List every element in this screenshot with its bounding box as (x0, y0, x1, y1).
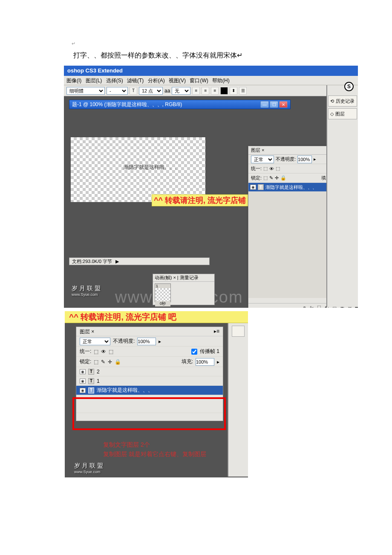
fill-label-2: 填充: (182, 358, 193, 365)
link-icon[interactable]: ⚭ (303, 305, 306, 308)
font-family-select[interactable]: 细明體 (66, 87, 105, 95)
color-swatch[interactable] (220, 87, 228, 95)
antialias-label: aa (164, 88, 170, 94)
source-logo: 岁 月 联 盟 www.Syue.com (72, 285, 101, 297)
warp-text-icon[interactable]: ⬍ (230, 87, 237, 95)
eye-icon[interactable]: ◉ (80, 388, 86, 393)
eye-icon[interactable]: ◉ (80, 379, 86, 384)
lock-all-icon[interactable]: 🔒 (280, 175, 286, 181)
align-left-icon[interactable]: ≡ (192, 87, 200, 95)
menu-layer[interactable]: 图层(L) (86, 78, 102, 84)
lock-pos-2-icon[interactable]: ✛ (108, 359, 112, 365)
menu-image[interactable]: 图像(I) (66, 78, 81, 84)
blend-mode-select[interactable]: 正常 (251, 156, 274, 163)
work-area: 题-1 @ 100% (渐隐字就是这样啦、、、, RGB/8) — ☐ ✕ 渐隐… (64, 96, 358, 305)
lock-transparent-icon[interactable]: ⬚ (263, 175, 268, 181)
text-layer-icon: T (88, 369, 94, 375)
fx-icon[interactable]: fx (310, 305, 314, 308)
fill-flyout-2-icon[interactable]: ▸ (217, 359, 219, 365)
maximize-button[interactable]: ☐ (270, 101, 278, 108)
animation-panel: 动画(帧) × | 测量记录 1 0秒 (153, 274, 215, 305)
document-titlebar[interactable]: 题-1 @ 100% (渐隐字就是这样啦、、、, RGB/8) — ☐ ✕ (69, 100, 291, 109)
s-badge-icon: S (344, 82, 354, 91)
mask-icon[interactable]: ☐ (317, 305, 321, 308)
layer-name[interactable]: 2 (97, 369, 100, 375)
layers-tab-2[interactable]: 图层 × (80, 328, 94, 335)
layer-name[interactable]: 渐隐字就是这样啦、、、 (265, 184, 317, 191)
menu-help[interactable]: 帮助(H) (212, 78, 230, 84)
collapsed-panel-icon[interactable] (232, 326, 245, 337)
doc-marker: ↵ (72, 41, 75, 46)
unify-style-icon[interactable]: ⬚ (276, 166, 280, 171)
align-center-icon[interactable]: ≡ (202, 87, 209, 95)
unify-label: 统一: (251, 165, 262, 172)
antialias-select[interactable]: 无 (172, 87, 190, 95)
close-button[interactable]: ✕ (279, 101, 288, 108)
unify-visibility-icon[interactable]: 👁 (269, 166, 274, 171)
align-right-icon[interactable]: ≡ (211, 87, 219, 95)
doc-instruction-text: 打字、、都按照一样的参数来改、、字体没有就用宋体↵ (73, 51, 242, 60)
lock-trans-2-icon[interactable]: ⬚ (94, 359, 98, 365)
layers-panel-2: 图层 × ▸≡ 正常 不透明度: ▸ 统一: ⬚ 👁 ⬚ 传播帧 1 锁定: ⬚… (76, 327, 223, 421)
annotation-note: 复制文字图层 2个 复制图层 就是对着它点右键、复制图层 (103, 440, 206, 459)
opacity-label-2: 不透明度: (113, 338, 135, 345)
lock-position-icon[interactable]: ✛ (275, 175, 279, 181)
unify-position-icon[interactable]: ⬚ (263, 166, 268, 171)
layers-tab-collapsed[interactable]: ◇图层 (328, 108, 357, 119)
document-title: 题-1 @ 100% (渐隐字就是这样啦、、、, RGB/8) (72, 101, 182, 108)
menu-bar: 图像(I) 图层(L) 选择(S) 滤镜(T) 分析(A) 视图(V) 窗口(W… (64, 76, 358, 85)
layer-name[interactable]: 渐隐字就是这样啦、、、 (97, 387, 153, 394)
font-style-select[interactable]: - (107, 87, 128, 95)
frame-time[interactable]: 0秒 (155, 301, 170, 306)
menu-select[interactable]: 选择(S) (106, 78, 123, 84)
eye-icon[interactable]: ◉ (80, 369, 86, 374)
right-dock: S ⟲历史记录 ◇图层 (326, 85, 358, 307)
unify-style-2-icon[interactable]: ⬚ (109, 349, 113, 355)
menu-view[interactable]: 视图(V) (169, 78, 186, 84)
opacity-input-2[interactable] (137, 338, 156, 345)
eye-icon[interactable]: ◉ (250, 185, 256, 190)
propagate-label-2: 传播帧 1 (200, 348, 219, 355)
lock-image-icon[interactable]: ✎ (269, 175, 273, 181)
empty-layer-slot (76, 395, 223, 413)
opacity-flyout-icon[interactable]: ▸ (314, 156, 316, 162)
watermark-overlay: ^^ 转载请注明, 流光字店铺 吧 (152, 194, 258, 206)
screenshot-2: ^^ 转载请注明, 流光字店铺 吧 图层 × ▸≡ 正常 不透明度: ▸ 统一:… (65, 311, 248, 477)
layers-tab[interactable]: 图层 × (251, 147, 264, 153)
layer-item-selected[interactable]: ◉ T 渐隐字就是这样啦、、、 (76, 386, 223, 395)
status-doc-size: 文档:293.0K/0 字节 (72, 258, 112, 265)
canvas-text-layer[interactable]: 渐隐字就是这样啦、、、 (124, 164, 180, 171)
layer-item-2[interactable]: ◉ T 2 (76, 367, 223, 376)
watermark-overlay-2: ^^ 转载请注明, 流光字店铺 吧 (65, 311, 248, 323)
screenshot-1: oshop CS3 Extended 图像(I) 图层(L) 选择(S) 滤镜(… (64, 66, 358, 308)
minimize-button[interactable]: — (260, 101, 269, 108)
font-size-select[interactable]: 12 点 (139, 87, 163, 95)
layer-item-1[interactable]: ◉ T 1 (76, 376, 223, 386)
text-layer-icon: T (258, 184, 264, 190)
history-tab[interactable]: ⟲历史记录 (328, 95, 357, 107)
menu-analysis[interactable]: 分析(A) (148, 78, 165, 84)
app-titlebar: oshop CS3 Extended (64, 66, 358, 76)
animation-frame[interactable]: 1 0秒 (155, 283, 171, 302)
type-size-icon: T (130, 87, 137, 95)
blend-mode-select-2[interactable]: 正常 (80, 338, 110, 345)
status-bar: 文档:293.0K/0 字节 ▶ (69, 257, 210, 265)
char-panel-icon[interactable]: ☰ (239, 87, 247, 95)
opacity-input[interactable] (297, 156, 312, 163)
unify-pos-2-icon[interactable]: ⬚ (94, 349, 98, 355)
menu-window[interactable]: 窗口(W) (190, 78, 208, 84)
panel-menu-2-icon[interactable]: ▸≡ (214, 328, 219, 335)
fill-input-2[interactable] (196, 358, 214, 366)
layer-name[interactable]: 1 (97, 378, 100, 384)
opacity-flyout-2-icon[interactable]: ▸ (159, 338, 161, 344)
lock-all-2-icon[interactable]: 🔒 (115, 359, 121, 365)
text-toolbar: 细明體 - T 12 点 aa 无 ≡ ≡ ≡ ⬍ ☰ (64, 85, 358, 96)
lock-image-2-icon[interactable]: ✎ (101, 359, 105, 365)
animation-tabs[interactable]: 动画(帧) × | 测量记录 (153, 274, 214, 282)
menu-filter[interactable]: 滤镜(T) (127, 78, 144, 84)
status-arrow-icon[interactable]: ▶ (115, 259, 119, 264)
lock-label: 锁定: (251, 175, 262, 181)
source-logo-2: 岁 月 联 盟 www.Syue.com (74, 462, 103, 474)
unify-vis-2-icon[interactable]: 👁 (101, 349, 106, 355)
propagate-checkbox-2[interactable] (191, 349, 197, 355)
